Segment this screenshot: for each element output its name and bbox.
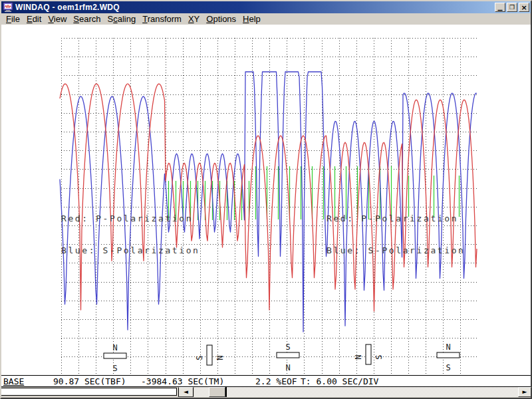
bottom-scroll-row: ◄ ► (1, 387, 531, 398)
window-title: WINDAQ - oem1rfm2.WDQ (15, 3, 120, 12)
menu-item-xy[interactable]: XY (185, 13, 203, 25)
magnet-indicator-1: NS (104, 343, 126, 373)
scrollbar-track[interactable] (194, 387, 518, 397)
legend-line-blue: Blue: S-Polarization (327, 245, 466, 256)
scroll-right-icon: ► (523, 388, 527, 395)
magnet-bar (277, 352, 299, 358)
status-base-label: BASE (3, 376, 24, 386)
status-tm-value: -3984.63 SEC(TM) (141, 376, 224, 386)
menu-item-transform[interactable]: Transform (139, 13, 185, 25)
legend-line-red: Red: P-Polarization (61, 213, 200, 224)
magnet-indicator-2: SN (195, 345, 225, 365)
status-tbf-value: 90.87 SEC(TBF) (53, 376, 126, 386)
magnet-pole-top: N (112, 343, 117, 352)
magnet-bar (437, 352, 460, 358)
magnet-indicator-5: NS (437, 342, 460, 372)
scrollbar-thumb[interactable] (209, 387, 225, 397)
magnet-indicator-3: SN (277, 342, 299, 372)
status-bar: BASE90.87 SEC(TBF)-3984.63 SEC(TM)2.2 %E… (1, 375, 531, 387)
magnet-pole-bottom: S (112, 364, 117, 373)
menu-item-edit[interactable]: Edit (23, 13, 45, 25)
legend-annotation-left: Red: P-Polarization Blue: S-Polarization (61, 192, 200, 277)
magnet-bar (104, 353, 126, 358)
menu-item-options[interactable]: Options (203, 13, 239, 25)
scroll-left-icon: ◄ (184, 388, 188, 395)
menu-bar: FileEditViewSearchScalingTransformXYOpti… (1, 13, 531, 25)
status-eof-value: 2.2 %EOF (255, 376, 297, 386)
restore-button[interactable]: ❐ (507, 3, 517, 12)
marker-box (1, 388, 177, 396)
close-button[interactable]: × (519, 3, 529, 12)
magnet-pole-left: S (195, 355, 204, 360)
menu-item-file[interactable]: File (3, 13, 23, 25)
window-controls: ▁ ❐ × (495, 3, 529, 12)
menu-item-scaling[interactable]: Scaling (104, 13, 140, 25)
status-timebase-value: T: 6.00 SEC/DIV (301, 376, 378, 386)
magnet-pole-top: N (446, 342, 450, 352)
legend-annotation-right: Red: P-Polarization Blue: S-Polarization (327, 192, 466, 277)
magnet-pole-bottom: N (285, 363, 290, 372)
windaq-window: WINDAQ - oem1rfm2.WDQ ▁ ❐ × FileEditView… (0, 0, 532, 399)
scroll-right-button[interactable]: ► (518, 387, 531, 397)
magnet-bar (366, 344, 371, 364)
legend-line-red: Red: P-Polarization (327, 213, 466, 224)
magnet-bar (207, 345, 212, 365)
magnet-pole-top: S (285, 342, 290, 352)
title-bar[interactable]: WINDAQ - oem1rfm2.WDQ ▁ ❐ × (1, 1, 531, 13)
minimize-button[interactable]: ▁ (495, 3, 505, 12)
menu-item-view[interactable]: View (45, 13, 70, 25)
legend-line-blue: Blue: S-Polarization (61, 245, 200, 256)
menu-item-help[interactable]: Help (239, 13, 264, 25)
scroll-left-button[interactable]: ◄ (178, 387, 194, 397)
menu-item-search[interactable]: Search (70, 13, 104, 25)
windaq-app-icon (3, 2, 13, 13)
magnet-pole-left: N (354, 354, 363, 359)
magnet-indicator-4: NS (354, 344, 384, 364)
magnet-pole-right: N (215, 355, 225, 360)
magnet-pole-right: S (374, 354, 384, 359)
chart-area: NSSNSNNSNS Red: P-Polarization Blue: S-P… (1, 25, 531, 375)
magnet-pole-bottom: S (446, 363, 450, 372)
